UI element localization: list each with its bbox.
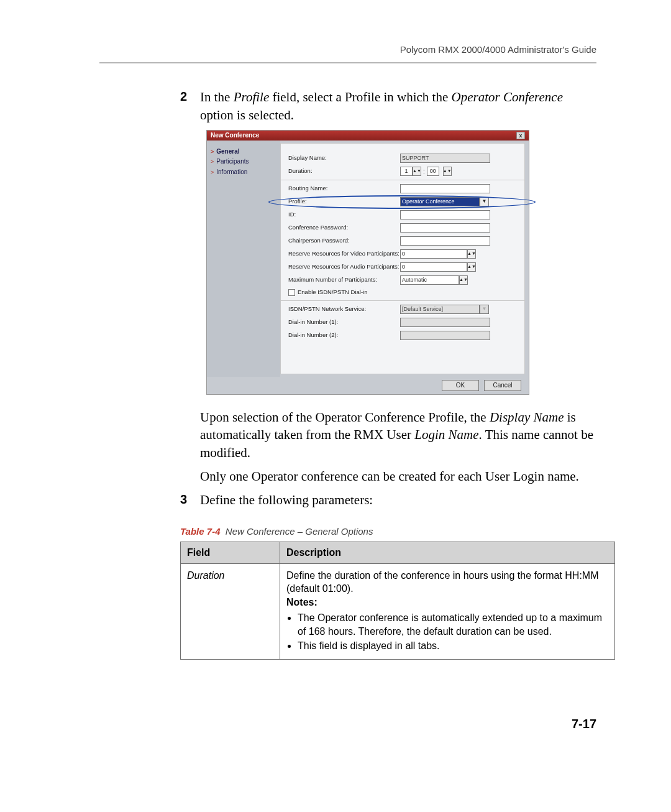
duration-hours-stepper[interactable]: 1	[400, 167, 413, 176]
isdn-service-select: [Default Service] ▼	[400, 305, 489, 314]
step-body: Define the following parameters:	[200, 491, 596, 509]
checkbox-icon	[288, 289, 295, 296]
caption-label: Table 7-4	[180, 526, 220, 537]
stepper-updown-icon[interactable]: ▲▼	[467, 249, 476, 259]
text: option is selected.	[200, 108, 294, 122]
chevron-down-icon[interactable]: ▼	[480, 197, 489, 206]
followup-paragraph-1: Upon selection of the Operator Conferenc…	[200, 408, 596, 461]
table-row: Duration Define the duration of the conf…	[181, 563, 615, 660]
step-3: 3 Define the following parameters:	[180, 491, 596, 509]
label-duration: Duration:	[288, 167, 400, 175]
label-dial1: Dial-in Number (1):	[288, 318, 400, 326]
text-italic: Login Name	[414, 427, 478, 442]
dialog-footer: OK Cancel	[207, 377, 529, 394]
arrow-icon: >	[211, 158, 214, 165]
label-res-audio: Reserve Resources for Audio Participants…	[288, 263, 400, 271]
stepper-updown-icon[interactable]: ▲▼	[459, 275, 468, 285]
chairperson-password-field[interactable]	[400, 236, 490, 246]
notes-label: Notes:	[286, 596, 608, 609]
reserve-audio-stepper[interactable]: 0	[400, 262, 467, 272]
routing-name-field[interactable]	[400, 184, 490, 193]
label-max-part: Maximum Number of Participants:	[288, 276, 400, 284]
stepper-updown-icon[interactable]: ▲▼	[443, 167, 452, 176]
step-2: 2 In the Profile field, select a Profile…	[180, 88, 596, 124]
close-icon[interactable]: x	[516, 132, 525, 139]
cell-description: Define the duration of the conference in…	[280, 563, 615, 660]
desc-text: Define the duration of the conference in…	[286, 569, 608, 596]
step-number: 3	[180, 491, 200, 509]
conference-password-field[interactable]	[400, 223, 490, 233]
list-item: The Operator conference is automatically…	[298, 611, 608, 638]
duration-sep: :	[423, 167, 425, 176]
label-conf-pw: Conference Password:	[288, 224, 400, 232]
label-chair-pw: Chairperson Password:	[288, 237, 400, 245]
step-number: 2	[180, 88, 200, 124]
document-page: Polycom RMX 2000/4000 Administrator's Gu…	[0, 0, 671, 770]
caption-title: New Conference – General Options	[226, 526, 373, 537]
label-res-video: Reserve Resources for Video Participants…	[288, 250, 400, 258]
dialog-main: Display Name:SUPPORT Duration: 1▲▼ : 00▲…	[280, 143, 525, 374]
dialog-sidebar: >General >Participants >Information	[207, 141, 280, 377]
label: Information	[216, 168, 247, 177]
col-field: Field	[181, 542, 280, 563]
label: Enable ISDN/PSTN Dial-in	[298, 288, 367, 297]
notes-list: The Operator conference is automatically…	[298, 611, 608, 653]
label-id: ID:	[288, 211, 400, 219]
id-field[interactable]	[400, 210, 490, 219]
dial-in-2-field	[400, 331, 490, 340]
text: Upon selection of the Operator Conferenc…	[200, 410, 490, 425]
stepper-updown-icon[interactable]: ▲▼	[467, 262, 476, 272]
label: General	[216, 147, 239, 156]
chevron-down-icon: ▼	[480, 305, 489, 314]
stepper-updown-icon[interactable]: ▲▼	[413, 167, 421, 176]
options-table: Field Description Duration Define the du…	[180, 542, 615, 660]
duration-minutes-stepper[interactable]: 00	[427, 167, 439, 176]
ok-button[interactable]: OK	[442, 380, 479, 391]
arrow-icon: >	[211, 168, 214, 176]
cell-field: Duration	[181, 563, 280, 660]
label-display-name: Display Name:	[288, 154, 400, 162]
sidebar-item-information[interactable]: >Information	[211, 168, 276, 177]
new-conference-dialog: New Conference x >General >Participants …	[206, 130, 529, 395]
col-description: Description	[280, 542, 615, 563]
label-dial2: Dial-in Number (2):	[288, 331, 400, 339]
sidebar-item-general[interactable]: >General	[211, 147, 276, 156]
max-participants-stepper[interactable]: Automatic	[400, 275, 459, 285]
sidebar-item-participants[interactable]: >Participants	[211, 157, 276, 166]
label-routing-name: Routing Name:	[288, 185, 400, 193]
page-header: Polycom RMX 2000/4000 Administrator's Gu…	[99, 44, 596, 62]
text: field, select a Profile in which the	[269, 90, 451, 104]
enable-isdn-checkbox[interactable]: Enable ISDN/PSTN Dial-in	[288, 288, 517, 297]
arrow-icon: >	[211, 148, 214, 155]
header-rule	[99, 62, 596, 63]
label-profile: Profile:	[288, 198, 400, 206]
display-name-field: SUPPORT	[400, 154, 490, 163]
dialog-screenshot: New Conference x >General >Participants …	[206, 130, 529, 395]
reserve-video-stepper[interactable]: 0	[400, 249, 467, 259]
isdn-service-value: [Default Service]	[400, 305, 480, 314]
label: Participants	[216, 157, 249, 166]
step-body: In the Profile field, select a Profile i…	[200, 88, 596, 124]
text-italic: Display Name	[490, 410, 564, 425]
text-italic: Profile	[234, 90, 270, 104]
cancel-button[interactable]: Cancel	[484, 380, 521, 391]
page-number: 7-17	[99, 716, 596, 732]
label-isdn-svc: ISDN/PSTN Network Service:	[288, 305, 400, 313]
profile-value: Operator Conference	[400, 197, 480, 206]
text-italic: Operator Conference	[452, 90, 563, 104]
list-item: This field is displayed in all tabs.	[298, 639, 608, 653]
table-caption: Table 7-4 New Conference – General Optio…	[180, 525, 596, 538]
followup-paragraph-2: Only one Operator conference can be crea…	[200, 468, 596, 485]
dialog-title: New Conference	[211, 131, 259, 140]
profile-select[interactable]: Operator Conference ▼	[400, 197, 489, 206]
dial-in-1-field	[400, 318, 490, 327]
table-header-row: Field Description	[181, 542, 615, 563]
dialog-titlebar: New Conference x	[207, 131, 529, 141]
text: In the	[200, 90, 234, 104]
